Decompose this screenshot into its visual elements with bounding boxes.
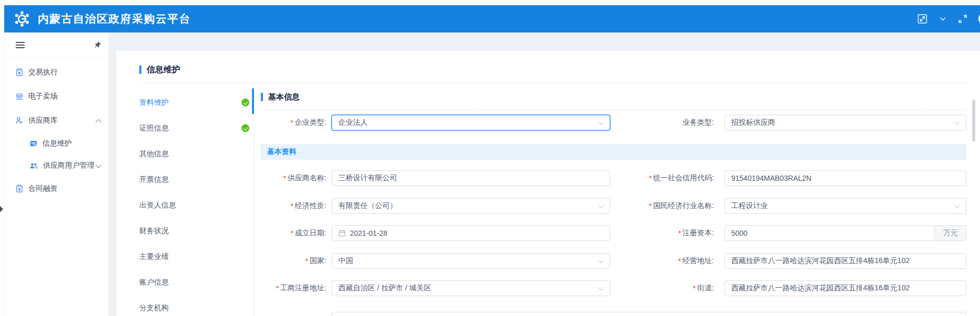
doc-search-icon bbox=[29, 139, 38, 148]
divider bbox=[261, 110, 966, 110]
check-icon bbox=[241, 124, 249, 132]
registered-capital-input[interactable]: 5000 万元 bbox=[724, 225, 966, 241]
required-mark: * bbox=[291, 229, 293, 237]
section-accent-bar bbox=[261, 93, 263, 101]
section-title-basic-info: 基本信息 bbox=[268, 92, 300, 102]
chevron-up-icon bbox=[95, 119, 101, 125]
clipboard-yen-icon bbox=[15, 68, 24, 77]
sidebar-item-supplier-library[interactable]: 供应商库 bbox=[4, 108, 108, 133]
field-label: * 经济性质: bbox=[261, 201, 332, 211]
economic-nature-select[interactable]: 有限责任（公司） bbox=[332, 198, 610, 214]
required-mark: * bbox=[283, 174, 286, 182]
establish-date-picker[interactable]: 2021-01-28 bbox=[332, 225, 610, 241]
nav-divider bbox=[254, 84, 254, 316]
supplier-person-icon bbox=[15, 116, 24, 125]
required-mark: * bbox=[649, 202, 652, 210]
partial-bottom-input[interactable] bbox=[332, 312, 966, 316]
field-label: * 供应商名称: bbox=[261, 173, 332, 183]
logo-flower-g-icon bbox=[13, 10, 31, 28]
required-mark: * bbox=[291, 118, 293, 127]
chevron-down-icon bbox=[599, 203, 604, 209]
chevron-down-icon bbox=[599, 286, 604, 291]
panel-collapse-handle[interactable] bbox=[0, 206, 3, 212]
field-label: * 国民经济行业名称: bbox=[610, 201, 724, 211]
form-row: * 国家: 中国 * 经营地址: 西藏拉萨市八一路哈达滨河花园西区五排4栋16单… bbox=[261, 253, 966, 269]
required-mark: * bbox=[276, 284, 279, 292]
form-row-partial bbox=[261, 312, 966, 316]
required-mark: * bbox=[649, 174, 652, 182]
chevron-down-icon bbox=[599, 120, 604, 125]
enterprise-type-select[interactable]: 企业法人 bbox=[332, 115, 610, 130]
subsection-basic-profile: 基本资料 bbox=[261, 144, 966, 160]
form-row: * 工商注册地址: 西藏自治区 / 拉萨市 / 城关区 * 街道: 西藏拉萨市八… bbox=[261, 280, 966, 296]
form-row: * 企业类型: 企业法人 业务类型: 招投标供应商 bbox=[261, 115, 966, 130]
tab-license[interactable]: 证照信息 bbox=[139, 115, 251, 141]
field-label: 业务类型: bbox=[610, 118, 724, 127]
window-resize-icon[interactable] bbox=[917, 13, 928, 25]
sidebar-item-info-maintenance[interactable]: 信息维护 bbox=[4, 133, 108, 155]
chevron-down-icon bbox=[95, 162, 101, 168]
hamburger-menu-icon[interactable] bbox=[16, 41, 25, 49]
title-accent-bar bbox=[139, 66, 141, 74]
app-header: 内蒙古自治区政府采购云平台 bbox=[4, 5, 980, 32]
required-mark: * bbox=[291, 202, 293, 210]
field-label: * 注册资本: bbox=[610, 228, 724, 238]
page-scrollbar-thumb[interactable] bbox=[972, 100, 975, 141]
field-label: * 成立日期: bbox=[261, 228, 332, 238]
chevron-down-icon bbox=[955, 203, 960, 209]
sidebar-item-e-marketplace[interactable]: 电子卖场 bbox=[4, 84, 108, 108]
form-row: * 成立日期: 2021-01-28 * 注册资本: bbox=[261, 225, 966, 241]
required-mark: * bbox=[693, 284, 696, 292]
chevron-down-icon bbox=[599, 258, 604, 264]
main-background: 信息维护 资料维护 证照信息 其他信息 开票信息 出资人信息 财务状况 主要业绩… bbox=[109, 32, 980, 316]
field-label: * 企业类型: bbox=[261, 118, 332, 127]
required-mark: * bbox=[678, 229, 681, 237]
registered-address-cascader[interactable]: 西藏自治区 / 拉萨市 / 城关区 bbox=[332, 280, 610, 296]
business-address-input[interactable]: 西藏拉萨市八一路哈达滨河花园西区五排4栋16单元102 bbox=[724, 253, 966, 269]
street-input[interactable]: 西藏拉萨市八一路哈达滨河花园西区五排4栋16单元102 bbox=[724, 280, 966, 296]
calendar-icon bbox=[338, 230, 346, 237]
field-label: * 工商注册地址: bbox=[261, 284, 332, 293]
divider bbox=[139, 83, 966, 83]
chevron-down-icon bbox=[955, 120, 960, 125]
form-row: * 供应商名称: 三桥设计有限公司 * 统一社会信用代码: 91540194MA… bbox=[261, 170, 966, 186]
unit-suffix: 万元 bbox=[934, 226, 966, 241]
tab-profile[interactable]: 资料维护 bbox=[139, 90, 251, 115]
content-card: 信息维护 资料维护 证照信息 其他信息 开票信息 出资人信息 财务状况 主要业绩… bbox=[116, 51, 980, 316]
required-mark: * bbox=[305, 257, 308, 265]
sidebar: 交易执行 电子卖场 供应商库 bbox=[4, 32, 109, 316]
tab-invoice[interactable]: 开票信息 bbox=[139, 167, 251, 192]
sidebar-item-supplier-user-mgmt[interactable]: 供应商用户管理 bbox=[4, 155, 108, 177]
page-title: 信息维护 bbox=[147, 64, 180, 75]
fullscreen-icon[interactable] bbox=[957, 14, 968, 24]
tab-other[interactable]: 其他信息 bbox=[139, 141, 251, 167]
business-type-select[interactable]: 招投标供应商 bbox=[724, 115, 966, 130]
field-label: * 经营地址: bbox=[610, 256, 724, 266]
supplier-name-input[interactable]: 三桥设计有限公司 bbox=[332, 170, 610, 186]
section-tab-nav: 资料维护 证照信息 其他信息 开票信息 出资人信息 财务状况 主要业绩 账户信息… bbox=[139, 90, 251, 316]
pin-icon[interactable] bbox=[94, 41, 102, 49]
industry-name-select[interactable]: 工程设计业 bbox=[724, 198, 966, 214]
form-row: * 经济性质: 有限责任（公司） * 国民经济行业名称: 工程设计业 bbox=[261, 198, 966, 214]
sidebar-item-contract-financing[interactable]: 合同融资 bbox=[4, 177, 108, 201]
check-icon bbox=[241, 99, 249, 106]
storefront-icon bbox=[15, 92, 24, 101]
country-select[interactable]: 中国 bbox=[332, 253, 610, 269]
tab-investor[interactable]: 出资人信息 bbox=[139, 192, 251, 218]
field-label: * 街道: bbox=[610, 284, 724, 293]
tab-account[interactable]: 账户信息 bbox=[139, 269, 251, 295]
tab-performance[interactable]: 主要业绩 bbox=[139, 244, 251, 269]
field-label: * 统一社会信用代码: bbox=[610, 173, 724, 183]
app-title: 内蒙古自治区政府采购云平台 bbox=[38, 12, 191, 26]
nav-scrollbar-thumb[interactable] bbox=[252, 88, 254, 114]
clipboard-yen-icon bbox=[15, 184, 24, 193]
users-icon bbox=[29, 161, 38, 170]
chevron-down-icon[interactable] bbox=[939, 15, 947, 23]
tab-branch[interactable]: 分支机构 bbox=[139, 295, 251, 316]
credit-code-input[interactable]: 91540194MAB03RAL2N bbox=[724, 170, 966, 186]
sidebar-item-trade-execution[interactable]: 交易执行 bbox=[4, 60, 108, 84]
form-content: 基本信息 * 企业类型: 企业法人 业务类型: 招投标供应商 bbox=[261, 93, 966, 316]
field-label: * 国家: bbox=[261, 256, 332, 266]
tab-finance[interactable]: 财务状况 bbox=[139, 218, 251, 244]
required-mark: * bbox=[678, 257, 681, 265]
